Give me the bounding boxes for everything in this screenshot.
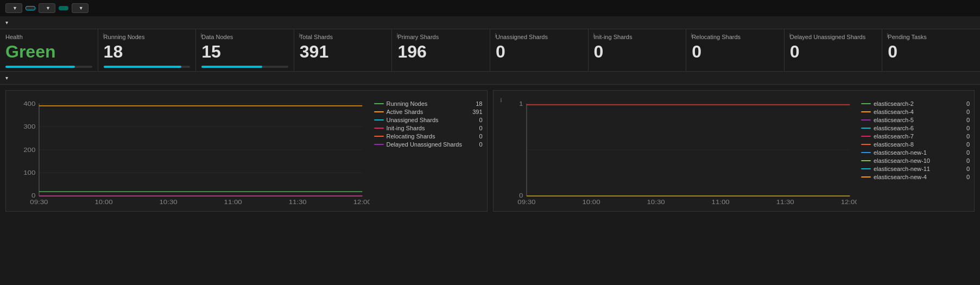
legend-item: elasticsearch-7 0 [861,133,970,140]
stat-value-health: Green [5,42,92,61]
stat-bar-health [5,66,75,68]
legend-item: Running Nodes 18 [374,100,483,107]
svg-text:0: 0 [519,193,523,199]
all-btn[interactable]: ▼ [72,3,88,13]
stat-bar-bg-data_nodes [201,66,288,68]
index-btn[interactable]: ▼ [5,3,22,13]
stat-card-primary_shards: ℹPrimary Shards196 [392,29,490,71]
stat-value-relocating_shards: 0 [692,42,779,61]
legend-label: Running Nodes [387,100,428,107]
legend-dash [861,176,871,178]
legend-item: Delayed Unassigned Shards 0 [374,141,483,148]
svg-text:11:00: 11:00 [224,199,243,205]
legend-value: 0 [479,125,482,131]
legend-value: 0 [966,109,970,115]
stat-value-running_nodes: 18 [104,42,191,61]
legend-item: Relocating Shards 0 [374,133,483,140]
stat-card-unassigned_shards: ℹUnassigned Shards0 [490,29,589,71]
svg-text:10:00: 10:00 [94,199,113,205]
stat-label-relocating_shards: Relocating Shards [692,34,779,40]
legend-value: 0 [966,174,970,180]
legend-label: Active Shards [387,109,423,115]
stat-value-initing_shards: 0 [594,42,681,61]
legend-item: Unassigned Shards 0 [374,117,483,123]
info-icon-total_shards: ℹ [299,33,301,39]
node-btn[interactable] [59,6,68,10]
stat-value-delayed_unassigned: 0 [790,42,877,61]
legend-value: 0 [479,141,482,148]
legend-value: 0 [966,141,970,148]
legend-dash [374,136,384,137]
svg-text:11:00: 11:00 [711,199,730,205]
stat-bar-running_nodes [104,66,182,68]
legend-label: elasticsearch-7 [874,133,914,140]
info-icon-delayed_unassigned: ℹ [789,33,791,39]
legend-dash [861,144,871,145]
svg-text:12:00: 12:00 [353,199,370,205]
right-chart-panel: ℹ 1 0 09:30 [493,90,975,212]
search-btn[interactable]: ▼ [39,3,55,13]
svg-text:0: 0 [31,193,36,199]
graphs-container: 400 300 200 100 0 09:30 10:00 10:30 11:0… [5,90,975,212]
right-chart-content: 1 0 09:30 10:00 10:30 11:00 11:30 12:00 [498,98,970,207]
legend-dash [374,128,384,129]
svg-text:100: 100 [23,170,36,176]
legend-dash [861,103,871,104]
legend-item: Init-ing Shards 0 [374,125,483,131]
stat-value-unassigned_shards: 0 [496,42,583,61]
svg-text:10:00: 10:00 [582,199,600,205]
legend-value: 0 [966,157,970,164]
legend-item: elasticsearch-new-11 0 [861,166,970,172]
info-icon-running_nodes: ℹ [103,33,105,39]
stat-label-delayed_unassigned: Delayed Unassigned Shards [790,34,877,40]
legend-value: 0 [966,149,970,156]
stat-label-total_shards: Total Shards [300,34,387,40]
stat-card-data_nodes: ℹData Nodes15 [196,29,294,71]
legend-value: 18 [476,100,482,107]
stat-value-pending_tasks: 0 [888,42,975,61]
svg-text:12:00: 12:00 [840,199,857,205]
stat-card-health: HealthGreen [0,29,98,71]
stat-value-primary_shards: 196 [397,42,484,61]
stats-row: HealthGreenℹRunning Nodes18ℹData Nodes15… [0,29,980,72]
svg-text:400: 400 [23,101,36,107]
svg-text:10:30: 10:30 [647,199,665,205]
graph-section: 400 300 200 100 0 09:30 10:00 10:30 11:0… [0,85,980,217]
legend-label: Init-ing Shards [387,125,425,131]
legend-label: Unassigned Shards [387,117,439,123]
info-icon-primary_shards: ℹ [396,33,399,39]
legend-value: 0 [479,117,482,123]
legend-dash [861,160,871,161]
info-icon-initing_shards: ℹ [593,33,595,39]
stat-card-delayed_unassigned: ℹDelayed Unassigned Shards0 [785,29,883,71]
legend-dash [861,111,871,112]
legend-label: elasticsearch-4 [874,109,914,115]
left-chart-area: 400 300 200 100 0 09:30 10:00 10:30 11:0… [10,98,370,207]
left-chart-svg: 400 300 200 100 0 09:30 10:00 10:30 11:0… [10,98,370,207]
legend-item: elasticsearch-new-10 0 [861,157,970,164]
legend-dash [861,168,871,169]
legend-label: Relocating Shards [387,133,435,140]
all-arrow: ▼ [79,5,84,11]
legend-value: 0 [966,117,970,123]
graph-chevron-icon: ▾ [5,75,8,81]
cluster-graph-header[interactable]: ▾ [0,72,980,85]
cluster-btn[interactable] [26,6,35,10]
legend-item: elasticsearch-8 0 [861,141,970,148]
search-arrow: ▼ [46,5,50,11]
legend-dash [861,128,871,129]
stat-label-running_nodes: Running Nodes [104,34,191,40]
left-chart-panel: 400 300 200 100 0 09:30 10:00 10:30 11:0… [5,90,488,212]
stat-card-initing_shards: ℹInit-ing Shards0 [589,29,687,71]
legend-label: Delayed Unassigned Shards [387,141,462,148]
stat-bar-data_nodes [201,66,262,68]
legend-label: elasticsearch-new-4 [874,174,927,180]
cluster-stats-header[interactable]: ▾ [0,16,980,29]
legend-value: 0 [966,166,970,172]
svg-text:200: 200 [23,147,36,153]
info-icon-data_nodes: ℹ [200,33,203,39]
stat-value-data_nodes: 15 [201,42,288,61]
legend-label: elasticsearch-new-10 [874,157,930,164]
right-chart-area: 1 0 09:30 10:00 10:30 11:00 11:30 12:00 [498,98,857,207]
stat-label-unassigned_shards: Unassigned Shards [496,34,583,40]
